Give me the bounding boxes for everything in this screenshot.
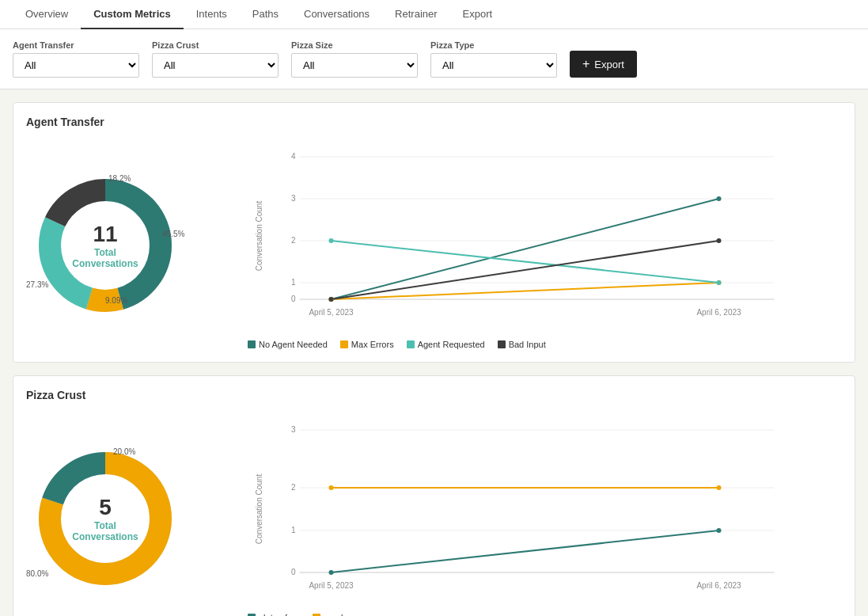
svg-text:4: 4 bbox=[291, 152, 296, 161]
legend-gluten-free: gluten free bbox=[248, 613, 300, 616]
svg-text:Conversation Count: Conversation Count bbox=[255, 201, 263, 272]
nav-item-paths[interactable]: Paths bbox=[240, 0, 291, 29]
filter-pizza-crust-select[interactable]: All bbox=[152, 53, 279, 78]
svg-text:April 6, 2023: April 6, 2023 bbox=[696, 308, 741, 317]
donut-total-number: 11 bbox=[72, 222, 138, 247]
svg-point-49 bbox=[717, 485, 722, 490]
svg-text:0: 0 bbox=[291, 568, 296, 576]
svg-text:1: 1 bbox=[291, 526, 296, 534]
nav-item-retrainer[interactable]: Retrainer bbox=[382, 0, 449, 29]
agent-transfer-donut: 11 TotalConversations 18.2% 45.5% 9.09% … bbox=[26, 166, 184, 325]
filter-pizza-size-select[interactable]: All bbox=[291, 53, 418, 78]
export-button[interactable]: + Export bbox=[570, 51, 637, 78]
export-button-label: Export bbox=[594, 59, 624, 70]
main-content: Agent Transfer bbox=[0, 89, 868, 616]
nav-item-intents[interactable]: Intents bbox=[184, 0, 240, 29]
pizza-donut-center: 5 TotalConversations bbox=[72, 495, 138, 542]
pizza-crust-chart-area: Conversation Count 3 2 1 0 April 5, 2023… bbox=[200, 414, 842, 616]
legend-agent-requested-label: Agent Requested bbox=[418, 340, 485, 349]
filter-agent-transfer-select[interactable]: All bbox=[13, 53, 139, 78]
svg-point-29 bbox=[717, 238, 722, 243]
filter-agent-transfer: Agent Transfer All bbox=[13, 40, 139, 78]
nav-bar: Overview Custom Metrics Intents Paths Co… bbox=[0, 0, 868, 29]
svg-line-44 bbox=[332, 530, 719, 572]
pizza-donut-total-label: TotalConversations bbox=[72, 520, 138, 542]
pizza-pct-label-2: 80.0% bbox=[26, 569, 48, 578]
svg-point-27 bbox=[717, 280, 722, 285]
pizza-crust-legend: gluten free regular bbox=[200, 613, 842, 616]
agent-transfer-title: Agent Transfer bbox=[26, 116, 842, 128]
legend-agent-requested-dot bbox=[407, 340, 415, 348]
pizza-crust-section: Pizza Crust 5 TotalConversations 20.0% 8… bbox=[13, 375, 855, 616]
agent-transfer-legend: No Agent Needed Max Errors Agent Request… bbox=[200, 340, 842, 349]
filter-pizza-size: Pizza Size All bbox=[291, 40, 418, 78]
pct-label-4: 27.3% bbox=[26, 280, 48, 289]
pizza-donut-total-number: 5 bbox=[72, 495, 138, 520]
legend-bad-input: Bad Input bbox=[498, 340, 546, 349]
agent-transfer-chart-area: Conversation Count 4 3 2 1 0 April 5, 20… bbox=[200, 141, 842, 349]
svg-point-48 bbox=[329, 485, 334, 490]
nav-item-custom-metrics[interactable]: Custom Metrics bbox=[81, 0, 184, 29]
legend-max-errors-dot bbox=[340, 340, 348, 348]
agent-transfer-chart: Conversation Count 4 3 2 1 0 April 5, 20… bbox=[200, 141, 842, 331]
svg-text:1: 1 bbox=[291, 278, 296, 287]
plus-icon: + bbox=[582, 57, 589, 71]
svg-point-23 bbox=[717, 196, 722, 201]
svg-text:0: 0 bbox=[291, 295, 296, 303]
legend-max-errors-label: Max Errors bbox=[351, 340, 394, 349]
pizza-crust-body: 5 TotalConversations 20.0% 80.0% Convers… bbox=[26, 414, 842, 616]
svg-point-28 bbox=[329, 297, 334, 302]
filter-pizza-crust: Pizza Crust All bbox=[152, 40, 279, 78]
filter-pizza-crust-label: Pizza Crust bbox=[152, 40, 279, 50]
legend-regular: regular bbox=[313, 613, 351, 616]
svg-text:April 6, 2023: April 6, 2023 bbox=[696, 581, 741, 590]
agent-transfer-section: Agent Transfer bbox=[13, 102, 855, 363]
pizza-crust-title: Pizza Crust bbox=[26, 389, 842, 401]
legend-no-agent: No Agent Needed bbox=[248, 340, 328, 349]
svg-text:April 5, 2023: April 5, 2023 bbox=[309, 308, 354, 317]
svg-point-26 bbox=[329, 238, 334, 243]
svg-text:April 5, 2023: April 5, 2023 bbox=[309, 581, 354, 590]
svg-text:2: 2 bbox=[291, 483, 296, 492]
legend-bad-input-label: Bad Input bbox=[509, 340, 546, 349]
legend-regular-label: regular bbox=[324, 613, 351, 616]
pizza-crust-chart: Conversation Count 3 2 1 0 April 5, 2023… bbox=[200, 414, 842, 604]
filter-pizza-type-select[interactable]: All bbox=[430, 53, 557, 78]
filters-bar: Agent Transfer All Pizza Crust All Pizza… bbox=[0, 29, 868, 89]
filter-agent-transfer-label: Agent Transfer bbox=[13, 40, 139, 50]
nav-item-overview[interactable]: Overview bbox=[13, 0, 81, 29]
svg-text:3: 3 bbox=[291, 425, 296, 434]
agent-transfer-body: 11 TotalConversations 18.2% 45.5% 9.09% … bbox=[26, 141, 842, 349]
nav-item-conversations[interactable]: Conversations bbox=[291, 0, 382, 29]
donut-total-label: TotalConversations bbox=[72, 247, 138, 269]
nav-item-export[interactable]: Export bbox=[450, 0, 506, 29]
pct-label-3: 9.09% bbox=[105, 296, 127, 305]
pct-label-1: 18.2% bbox=[108, 174, 131, 183]
legend-no-agent-dot bbox=[248, 340, 256, 348]
legend-max-errors: Max Errors bbox=[340, 340, 394, 349]
filter-pizza-type: Pizza Type All bbox=[430, 40, 557, 78]
pct-label-2: 45.5% bbox=[162, 230, 184, 238]
svg-text:3: 3 bbox=[291, 194, 296, 203]
filter-pizza-size-label: Pizza Size bbox=[291, 40, 418, 50]
legend-agent-requested: Agent Requested bbox=[407, 340, 485, 349]
legend-no-agent-label: No Agent Needed bbox=[259, 340, 328, 349]
svg-text:2: 2 bbox=[291, 236, 296, 245]
legend-gluten-free-label: gluten free bbox=[259, 613, 300, 616]
legend-bad-input-dot bbox=[498, 340, 506, 348]
svg-text:Conversation Count: Conversation Count bbox=[255, 474, 263, 545]
svg-point-47 bbox=[717, 528, 722, 533]
filter-pizza-type-label: Pizza Type bbox=[430, 40, 557, 50]
pizza-crust-donut: 5 TotalConversations 20.0% 80.0% bbox=[26, 439, 184, 598]
donut-center: 11 TotalConversations bbox=[72, 222, 138, 269]
svg-point-46 bbox=[329, 570, 334, 575]
pizza-pct-label-1: 20.0% bbox=[113, 447, 135, 456]
svg-line-20 bbox=[332, 241, 719, 283]
